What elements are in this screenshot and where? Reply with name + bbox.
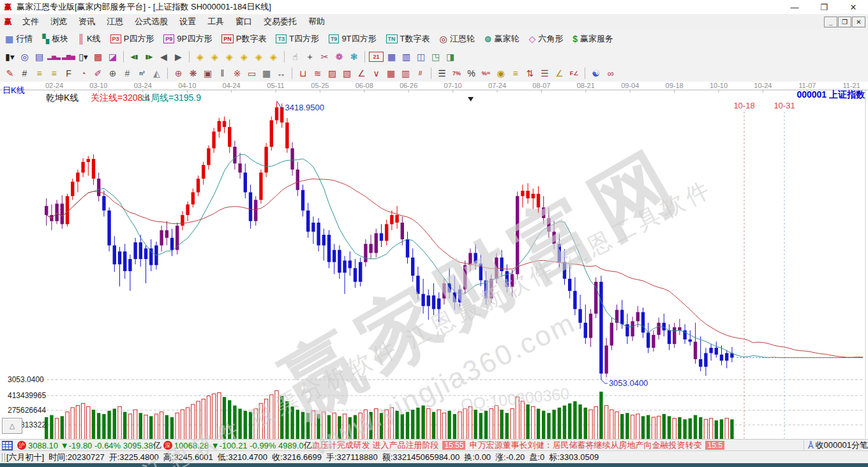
grid-ticks-icon[interactable]: #	[18, 67, 31, 80]
menu-item-公式选股[interactable]: 公式选股	[129, 17, 174, 26]
gann-diamond-3[interactable]: ◈	[223, 50, 236, 63]
pct-icon[interactable]: %	[465, 67, 478, 80]
go-first-button[interactable]: ◀▮	[128, 50, 141, 63]
bars3-icon[interactable]: ▂▅▃	[47, 50, 61, 63]
pct-eq-icon[interactable]: %=	[479, 67, 493, 80]
hand-tool[interactable]: ☝	[288, 50, 302, 63]
toolbar-button-t-square[interactable]: T3T四方形	[273, 32, 321, 46]
menu-item-工具[interactable]: 工具	[202, 17, 230, 26]
red-box-icon[interactable]: ⊔	[296, 67, 310, 80]
pct7-icon[interactable]: 7%	[450, 67, 463, 80]
gann-diamond-4[interactable]: ◈	[237, 50, 251, 63]
sz-index-value[interactable]: 10068.28	[174, 441, 209, 450]
menu-item-窗口[interactable]: 窗口	[230, 17, 258, 26]
color-chart-icon[interactable]: ◪	[106, 50, 119, 63]
quote-grid-icon[interactable]	[2, 441, 13, 450]
gann-diamond-2[interactable]: ◈	[208, 50, 221, 63]
hexagram-icon[interactable]: ☰	[538, 67, 551, 80]
grid-center-icon[interactable]: ▣	[201, 67, 214, 80]
infinity-icon[interactable]: ∞	[604, 67, 617, 80]
gold-grid-2[interactable]: ≡	[47, 67, 61, 80]
gann-diamond-1[interactable]: ◈	[193, 50, 207, 63]
toolbar-button-hexagon[interactable]: ◇六角形	[526, 32, 565, 46]
toolbar-button-quotes[interactable]: ▦行情	[3, 32, 35, 46]
report-icon[interactable]: ▤	[33, 50, 46, 63]
wave-icon[interactable]: ‖	[216, 67, 229, 80]
pen-angle-icon[interactable]: ✐	[91, 67, 105, 80]
news-item-2[interactable]: 申万宏源董事长刘健：居民储蓄将继续从房地产向金融投资转变	[469, 440, 701, 451]
expand-panel-button[interactable]: △	[2, 418, 22, 434]
angle-mirror-icon[interactable]: ◭	[150, 67, 163, 80]
toolbar-button-t-number-table[interactable]: TNT数字表	[384, 32, 433, 46]
news-item-1[interactable]: 血压计完成研发 进入产品注册阶段	[312, 440, 439, 451]
toolbar-button-sectors[interactable]: ▚板块	[40, 32, 71, 46]
n-squared-icon[interactable]: n²	[135, 67, 149, 80]
candle-dropdown[interactable]: ▯▾	[77, 50, 90, 63]
parallel-icon[interactable]: //	[414, 67, 427, 80]
bars9-icon[interactable]: ▃▆▅	[62, 50, 75, 63]
toolbar-button-winner-wheel[interactable]: ⊚赢家轮	[482, 32, 522, 46]
grid-ticks2-icon[interactable]: #	[121, 67, 134, 80]
ruler-grid-icon[interactable]: ▦	[260, 67, 273, 80]
restore-button[interactable]: ❐	[809, 3, 839, 12]
red-grid-a-icon[interactable]: ▦	[384, 67, 398, 80]
menu-item-交易委托[interactable]: 交易委托	[258, 17, 303, 26]
menu-item-文件[interactable]: 文件	[17, 17, 45, 26]
go-next-button[interactable]: ▶	[172, 50, 185, 63]
toolbar-button-9p-square[interactable]: P99P四方形	[161, 32, 214, 46]
gann-diamond-5[interactable]: ◈	[252, 50, 266, 63]
circle-target-icon[interactable]: ⊕	[172, 67, 185, 80]
gold-circle-icon[interactable]: ◉	[494, 67, 507, 80]
menu-item-资讯[interactable]: 资讯	[73, 17, 101, 26]
toolbar-button-gann-wheel[interactable]: ◎江恩轮	[437, 32, 477, 46]
calendar-icon[interactable]: 21	[369, 52, 384, 62]
fan-lines-icon[interactable]: ≋	[311, 67, 324, 80]
pattern-search-icon[interactable]: ◎	[18, 50, 31, 63]
v-line-icon[interactable]: ∨	[370, 67, 383, 80]
toolbar-button-p-square[interactable]: P3P四方形	[108, 32, 157, 46]
menu-item-设置[interactable]: 设置	[174, 17, 202, 26]
save-icon[interactable]: ◫	[414, 50, 428, 63]
tools-icon[interactable]: ◨	[444, 50, 457, 63]
news-ticker[interactable]: 血压计完成研发 进入产品注册阶段 15:55 申万宏源董事长刘健：居民储蓄将继续…	[312, 440, 804, 451]
go-prev-button[interactable]: ◀	[157, 50, 170, 63]
sh-index-value[interactable]: 3088.10	[28, 441, 58, 450]
menu-item-帮助[interactable]: 帮助	[303, 17, 331, 26]
menu-item-浏览[interactable]: 浏览	[45, 17, 73, 26]
red-grid-b-icon[interactable]: ▥	[399, 67, 412, 80]
tick-chart-link[interactable]: Å 收000001分笔	[804, 440, 868, 451]
chart-area[interactable]: 02-2403-1003-2404-1004-2405-1105-2506-08…	[0, 82, 868, 439]
scissors-tool[interactable]: ✂	[318, 50, 331, 63]
flower-tool-a[interactable]: ❁	[333, 50, 346, 63]
flower-tool-b[interactable]: ❃	[347, 50, 361, 63]
go-last-button[interactable]: ▮▶	[142, 50, 156, 63]
magic-number-icon[interactable]: ※	[230, 67, 244, 80]
width-arrows-icon[interactable]: ↔	[274, 67, 288, 80]
child-close-button[interactable]: ✕	[852, 17, 865, 27]
period-label[interactable]: 日K线	[3, 85, 25, 96]
pattern-match-icon[interactable]: ▩	[91, 50, 105, 63]
pen-tool[interactable]: ✎	[3, 67, 17, 80]
spiral-icon[interactable]: ◔	[77, 67, 90, 80]
updown-icon[interactable]: ⇅	[523, 67, 537, 80]
box-tool-icon[interactable]: ▭	[245, 67, 258, 80]
calculator-icon[interactable]: ▦	[385, 50, 398, 63]
export-icon[interactable]: ◳	[429, 50, 442, 63]
angle-line-icon[interactable]: ∠	[355, 67, 368, 80]
gold-angle-icon[interactable]: ∠	[553, 67, 566, 80]
menu-item-江恩[interactable]: 江恩	[101, 17, 129, 26]
kline-chart[interactable]: 02-2403-1003-2404-1004-2405-1105-2506-08…	[0, 82, 868, 439]
close-button[interactable]: ✕	[839, 3, 868, 12]
toolbar-button-9t-square[interactable]: T99T四方形	[326, 32, 379, 46]
kline-style-dropdown[interactable]: ▮▾	[3, 50, 17, 63]
list-panel-icon[interactable]: ☰	[435, 67, 449, 80]
child-restore-button[interactable]: ❐	[838, 17, 851, 27]
notebook-icon[interactable]: ▥	[400, 50, 413, 63]
f-angle-icon[interactable]: F∠	[567, 67, 581, 80]
child-minimize-button[interactable]: _	[824, 17, 837, 27]
taiji-icon[interactable]: ☯	[589, 67, 602, 80]
f-grid-icon[interactable]: F	[62, 67, 75, 80]
gold-lines-icon[interactable]: ≡	[509, 67, 522, 80]
shade-a-icon[interactable]: ▨	[326, 67, 339, 80]
toolbar-button-winner-service[interactable]: $赢家服务	[570, 32, 616, 46]
